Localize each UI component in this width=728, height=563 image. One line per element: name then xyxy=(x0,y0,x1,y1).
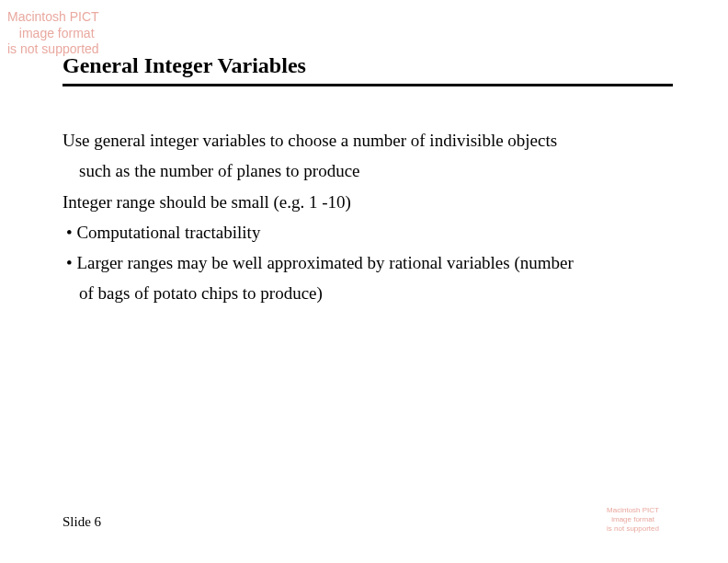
body-line: of bags of potato chips to produce) xyxy=(63,278,673,308)
slide-number: Slide 6 xyxy=(63,514,101,530)
pict-watermark-top-left: Macintosh PICT image format is not suppo… xyxy=(7,9,99,58)
bullet-line: • Larger ranges may be well approximated… xyxy=(63,247,673,278)
slide-title: General Integer Variables xyxy=(63,53,673,86)
bullet-line: • Computational tractability xyxy=(63,217,673,247)
slide-body: General Integer Variables Use general in… xyxy=(63,53,673,309)
slide-content: Use general integer variables to choose … xyxy=(63,125,673,309)
body-line: such as the number of planes to produce xyxy=(63,155,673,186)
body-line: Integer range should be small (e.g. 1 -1… xyxy=(63,187,673,217)
pict-watermark-bottom-right: Macintosh PICT image format is not suppo… xyxy=(607,506,659,534)
body-line: Use general integer variables to choose … xyxy=(63,125,673,155)
